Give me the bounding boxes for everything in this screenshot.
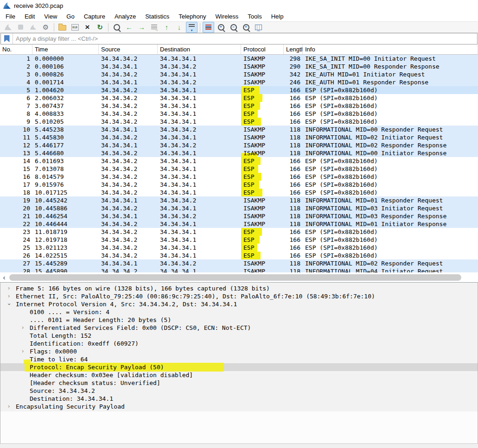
packet-row[interactable]: 168.01457934.34.34.234.34.34.1ESP166ESP … [0, 173, 478, 181]
close-file-button[interactable]: × [82, 22, 93, 33]
packet-row[interactable]: 73.00743734.34.34.234.34.34.1ESP166ESP (… [0, 102, 478, 110]
scrollbar-thumb[interactable] [9, 274, 461, 281]
menu-item-analyze[interactable]: Analyze [110, 12, 140, 21]
packet-row[interactable]: 10.00000034.34.34.234.34.34.1ISAKMP298IK… [0, 55, 478, 63]
detail-line[interactable]: ›Frame 5: 166 bytes on wire (1328 bits),… [0, 284, 478, 292]
packet-row[interactable]: 125.44617734.34.34.134.34.34.2ISAKMP118I… [0, 141, 478, 149]
detail-line[interactable]: ›Differentiated Services Field: 0x00 (DS… [0, 324, 478, 332]
packet-row[interactable]: 115.44583034.34.34.234.34.34.1ISAKMP118I… [0, 133, 478, 141]
detail-line[interactable]: ›Flags: 0x0000 [0, 347, 478, 355]
column-header-destination[interactable]: Destination [158, 44, 241, 54]
menu-item-wireless[interactable]: Wireless [210, 12, 243, 21]
packet-row[interactable]: 105.44523834.34.34.134.34.34.2ISAKMP118I… [0, 126, 478, 133]
cell-protocol: ESP [241, 94, 284, 102]
packet-row[interactable]: 2311.01871934.34.34.234.34.34.1ESP166ESP… [0, 228, 478, 236]
cell-protocol: ISAKMP [241, 220, 284, 228]
packet-row[interactable]: 2412.01971834.34.34.234.34.34.1ESP166ESP… [0, 236, 478, 244]
menu-item-file[interactable]: File [1, 12, 20, 21]
go-forward-button[interactable]: → [136, 22, 147, 33]
packet-row[interactable]: 179.01597634.34.34.234.34.34.1ESP166ESP … [0, 181, 478, 189]
menu-item-statistics[interactable]: Statistics [140, 12, 174, 21]
packet-row[interactable]: 40.00171434.34.34.134.34.34.2ISAKMP246IK… [0, 78, 478, 86]
packet-row[interactable]: 2110.44625434.34.34.134.34.34.2ISAKMP118… [0, 212, 478, 220]
packet-row[interactable]: 30.00082634.34.34.234.34.34.1ISAKMP342IK… [0, 70, 478, 78]
detail-line[interactable]: .... 0101 = Header Length: 20 bytes (5) [0, 316, 478, 324]
packet-row[interactable]: 84.00883334.34.34.234.34.34.1ESP166ESP (… [0, 110, 478, 118]
packet-row[interactable]: 95.01020534.34.34.234.34.34.1ESP166ESP (… [0, 118, 478, 126]
column-header-length[interactable]: Length [284, 44, 303, 54]
cell-text: ESP [243, 87, 254, 94]
menu-item-tools[interactable]: Tools [243, 12, 266, 21]
zoom-out-button[interactable]: − [228, 22, 239, 33]
expand-arrow-icon[interactable]: › [5, 403, 13, 410]
zoom-original-button[interactable]: = [240, 22, 252, 33]
cell-text: 34.34.34.2 [160, 213, 196, 220]
resize-columns-button[interactable] [253, 22, 264, 33]
detail-line[interactable]: 0100 .... = Version: 4 [0, 308, 478, 316]
packet-row[interactable]: 1910.44524234.34.34.134.34.34.2ISAKMP118… [0, 196, 478, 204]
open-file-button[interactable] [57, 22, 68, 33]
display-filter-input[interactable] [13, 33, 477, 44]
go-back-button[interactable]: ← [123, 22, 135, 33]
column-header-time[interactable]: Time [32, 44, 99, 54]
cell-text: 34.34.34.1 [160, 158, 196, 164]
zoom-in-button[interactable]: + [215, 22, 227, 33]
expand-arrow-icon[interactable]: › [19, 324, 26, 332]
detail-line[interactable]: Source: 34.34.34.2 [0, 387, 478, 395]
packet-row[interactable]: 2210.44644434.34.34.234.34.34.1ISAKMP118… [0, 220, 478, 228]
cell-info: INFORMATIONAL MID=03 Initiator Request [303, 204, 478, 212]
menu-item-capture[interactable]: Capture [79, 12, 110, 21]
go-to-packet-button[interactable] [148, 22, 160, 33]
horizontal-scrollbar[interactable]: ‹ [0, 272, 478, 283]
menu-item-telephony[interactable]: Telephony [174, 12, 210, 21]
detail-line[interactable]: ›Ethernet II, Src: PaloAlto_79:25:40 (00… [0, 292, 478, 300]
column-header-info[interactable]: Info [303, 44, 478, 54]
packet-row[interactable]: 62.00603234.34.34.234.34.34.1ESP166ESP (… [0, 94, 478, 102]
packet-row[interactable]: 135.44668034.34.34.234.34.34.1ISAKMP118I… [0, 149, 478, 157]
save-file-button[interactable] [69, 22, 81, 33]
auto-scroll-button[interactable] [186, 22, 198, 33]
packet-row[interactable]: 20.00010634.34.34.134.34.34.2ISAKMP290IK… [0, 63, 478, 70]
cell-source: 34.34.34.2 [99, 133, 158, 141]
column-header-no[interactable]: No. [0, 44, 32, 54]
menu-item-go[interactable]: Go [62, 12, 79, 21]
detail-line[interactable]: Identification: 0xedff (60927) [0, 340, 478, 347]
cell-text: 166 [290, 236, 300, 243]
colorize-packets-button[interactable] [203, 22, 214, 33]
expand-arrow-icon[interactable]: › [19, 347, 26, 355]
packet-row[interactable]: 2513.02112334.34.34.234.34.34.1ESP166ESP… [0, 244, 478, 252]
zoom-in-icon: + [218, 24, 224, 31]
expand-arrow-icon[interactable]: › [5, 292, 13, 300]
packet-row[interactable]: 2815.44589034.34.34.234.34.34.1ISAKMP118… [0, 267, 478, 272]
go-last-packet-button[interactable]: ↓ [173, 22, 185, 33]
packet-row[interactable]: 51.00462034.34.34.234.34.34.1ESP166ESP (… [0, 86, 478, 94]
packet-row[interactable]: 157.01307834.34.34.234.34.34.1ESP166ESP … [0, 165, 478, 173]
go-first-packet-button[interactable]: ↑ [161, 22, 172, 33]
scroll-left-button[interactable]: ‹ [0, 274, 8, 281]
packet-row[interactable]: 2715.44528934.34.34.134.34.34.2ISAKMP118… [0, 259, 478, 267]
detail-line[interactable]: ›Encapsulating Security Payload [0, 403, 478, 410]
menu-item-help[interactable]: Help [267, 12, 288, 21]
capture-options-button[interactable]: ⚙ [40, 22, 51, 33]
column-header-source[interactable]: Source [99, 44, 158, 54]
packet-row[interactable]: 1810.01712534.34.34.234.34.34.1ESP166ESP… [0, 189, 478, 196]
menu-item-view[interactable]: View [39, 12, 62, 21]
detail-line[interactable]: [Header checksum status: Unverified] [0, 379, 478, 387]
collapse-arrow-icon[interactable]: › [5, 301, 13, 308]
packet-row[interactable]: 146.01169334.34.34.234.34.34.1ESP166ESP … [0, 157, 478, 165]
expand-arrow-icon[interactable]: › [5, 284, 13, 292]
menu-item-edit[interactable]: Edit [20, 12, 39, 21]
find-packet-button[interactable] [111, 22, 122, 33]
cell-length: 166 [284, 94, 303, 102]
reload-file-button[interactable]: ↻ [94, 22, 106, 33]
detail-line[interactable]: Total Length: 152 [0, 332, 478, 340]
column-header-protocol[interactable]: Protocol [241, 44, 284, 54]
detail-line[interactable]: Destination: 34.34.34.1 [0, 395, 478, 403]
detail-line[interactable]: ›Internet Protocol Version 4, Src: 34.34… [0, 300, 478, 308]
detail-line[interactable]: Protocol: Encap Security Payload (50) [0, 363, 478, 371]
packet-row[interactable]: 2010.44588634.34.34.234.34.34.1ISAKMP118… [0, 204, 478, 212]
bookmark-button[interactable] [1, 33, 13, 44]
detail-line[interactable]: Header checksum: 0x03ee [validation disa… [0, 371, 478, 379]
packet-row[interactable]: 2614.02251534.34.34.234.34.34.1ESP166ESP… [0, 252, 478, 259]
detail-line[interactable]: Time to live: 64 [0, 355, 478, 363]
